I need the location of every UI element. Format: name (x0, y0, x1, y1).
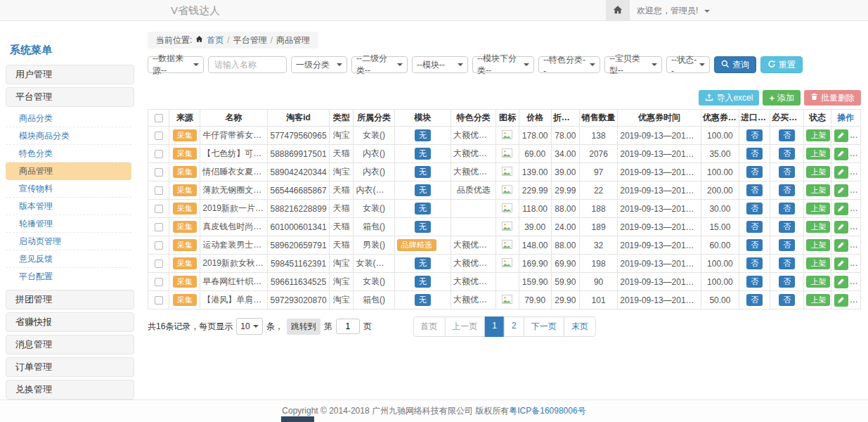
cell-must-buy: 否 (770, 291, 804, 309)
must-buy-badge[interactable]: 否 (779, 166, 795, 179)
select-all-checkbox[interactable] (155, 114, 163, 122)
status-badge[interactable]: 上架 (806, 276, 830, 288)
row-checkbox[interactable] (155, 223, 163, 231)
status-badge[interactable]: 上架 (806, 184, 830, 197)
must-buy-badge[interactable]: 否 (779, 221, 795, 234)
import-pick-badge[interactable]: 否 (746, 294, 763, 307)
filter-select-module-sub[interactable]: --模块下分类-- (472, 56, 534, 73)
edit-button[interactable] (834, 148, 848, 160)
sidebar-item[interactable]: 版本管理 (6, 198, 131, 215)
sidebar-group[interactable]: 拼团管理 (6, 290, 134, 309)
row-checkbox[interactable] (155, 241, 163, 250)
must-buy-badge[interactable]: 否 (779, 148, 795, 160)
edit-button[interactable] (834, 257, 848, 270)
page-button[interactable]: 上一页 (444, 316, 485, 337)
sidebar-group[interactable]: 订单管理 (6, 357, 134, 377)
page-button[interactable]: 2 (504, 316, 524, 337)
reset-button[interactable]: 重置 (760, 56, 803, 73)
status-badge[interactable]: 上架 (806, 294, 830, 307)
status-badge[interactable]: 上架 (806, 221, 830, 234)
edit-button[interactable] (834, 129, 848, 142)
edit-button[interactable] (834, 239, 848, 252)
row-checkbox[interactable] (155, 278, 163, 286)
sidebar-group[interactable]: 兑换管理 (6, 380, 134, 399)
import-pick-badge[interactable]: 否 (746, 148, 763, 160)
page-button[interactable]: 下一页 (524, 316, 564, 337)
must-buy-badge[interactable]: 否 (779, 257, 795, 270)
query-button[interactable]: 查询 (714, 56, 756, 73)
cell-import-pick: 否 (739, 181, 770, 200)
edit-button[interactable] (834, 294, 848, 307)
edit-button[interactable] (834, 276, 848, 288)
sidebar-item[interactable]: 启动页管理 (6, 233, 131, 250)
import-pick-badge[interactable]: 否 (746, 166, 763, 179)
sidebar-item[interactable]: 平台配置 (6, 268, 131, 286)
page-button[interactable]: 末页 (564, 316, 596, 337)
breadcrumb-item[interactable]: 首页 (207, 34, 224, 46)
row-checkbox[interactable] (155, 168, 163, 177)
add-button[interactable]: +添加 (763, 90, 801, 106)
filter-select-level2[interactable]: --二级分类-- (351, 56, 408, 73)
status-badge[interactable]: 上架 (806, 203, 830, 215)
status-badge[interactable]: 上架 (806, 239, 830, 252)
filter-select-module[interactable]: --模块-- (412, 56, 468, 73)
page-button[interactable]: 1 (484, 316, 505, 337)
filter-select-level1[interactable]: 一级分类 (291, 56, 347, 73)
filter-select-item-type[interactable]: --宝贝类型-- (604, 56, 662, 73)
module-badge: 无 (415, 203, 431, 215)
cell-status: 上架 (804, 145, 831, 163)
import-excel-button[interactable]: 导入excel (699, 90, 759, 106)
status-badge[interactable]: 上架 (806, 257, 830, 270)
sidebar-item[interactable]: 意见反馈 (6, 250, 131, 268)
icp-link[interactable]: 粤ICP备16098006号 (509, 406, 585, 416)
row-checkbox[interactable] (155, 132, 163, 140)
add-label: 添加 (777, 92, 794, 104)
edit-button[interactable] (834, 184, 848, 197)
edit-button[interactable] (834, 166, 848, 179)
row-checkbox[interactable] (155, 205, 163, 213)
import-pick-badge[interactable]: 否 (746, 184, 763, 197)
sidebar-group[interactable]: 省赚快报 (6, 312, 134, 332)
import-pick-badge[interactable]: 否 (746, 203, 763, 215)
must-buy-badge[interactable]: 否 (779, 294, 795, 307)
filter-select-feature[interactable]: --特色分类-- (538, 56, 600, 73)
import-pick-badge[interactable]: 否 (746, 129, 763, 142)
import-pick-badge[interactable]: 否 (746, 276, 763, 288)
sidebar-group[interactable]: 用户管理 (6, 65, 134, 84)
must-buy-badge[interactable]: 否 (779, 203, 795, 215)
filter-select-status[interactable]: --状态-- (666, 56, 710, 73)
must-buy-badge[interactable]: 否 (779, 239, 795, 252)
sidebar-item[interactable]: 轮播管理 (6, 215, 131, 233)
page-button[interactable]: 首页 (413, 316, 445, 337)
row-checkbox[interactable] (155, 296, 163, 305)
status-badge[interactable]: 上架 (806, 166, 830, 179)
sidebar-item[interactable]: 特色分类 (6, 145, 131, 162)
import-pick-badge[interactable]: 否 (746, 239, 763, 252)
per-page-select[interactable]: 10 (236, 318, 262, 335)
edit-button[interactable] (834, 203, 848, 215)
sidebar-item[interactable]: 商品分类 (6, 110, 131, 127)
sidebar-group[interactable]: 平台管理 (6, 87, 134, 107)
import-pick-badge[interactable]: 否 (746, 257, 763, 270)
jump-page-input[interactable] (336, 319, 360, 334)
row-checkbox[interactable] (155, 186, 163, 195)
import-pick-badge[interactable]: 否 (746, 221, 763, 234)
sidebar-item[interactable]: 宣传物料 (6, 180, 131, 198)
must-buy-badge[interactable]: 否 (779, 276, 795, 288)
jump-button[interactable]: 跳转到 (287, 319, 320, 335)
sidebar-item-active[interactable]: 商品管理 (6, 162, 131, 180)
batch-delete-button[interactable]: 批量删除 (804, 90, 861, 106)
sidebar-item[interactable]: 模块商品分类 (6, 127, 131, 145)
must-buy-badge[interactable]: 否 (779, 184, 795, 197)
user-menu[interactable]: 欢迎您，管理员! (637, 0, 710, 21)
row-checkbox[interactable] (155, 260, 163, 268)
navbar-home-button[interactable] (606, 0, 630, 21)
search-name-input[interactable] (208, 56, 287, 73)
filter-select-data-source[interactable]: --数据来源-- (148, 56, 204, 73)
sidebar-group[interactable]: 消息管理 (6, 335, 134, 354)
row-checkbox[interactable] (155, 150, 163, 158)
must-buy-badge[interactable]: 否 (779, 129, 795, 142)
status-badge[interactable]: 上架 (806, 148, 830, 160)
edit-button[interactable] (834, 221, 848, 234)
status-badge[interactable]: 上架 (806, 129, 830, 142)
